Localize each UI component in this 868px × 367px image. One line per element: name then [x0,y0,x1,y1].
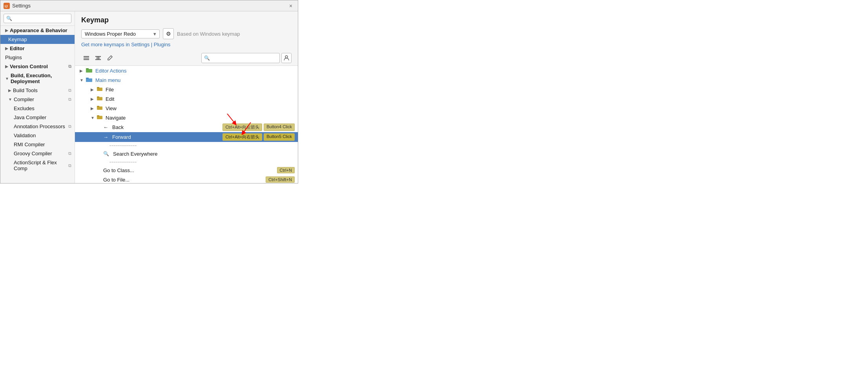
copy-icon: ⧉ [68,163,71,168]
sidebar-item-label: Compiler [14,96,34,102]
tree-item-main-menu[interactable]: ▼ Main menu [75,75,298,85]
tree-item-go-to-file[interactable]: Go to File... Ctrl+Shift+N [75,175,298,183]
back-arrow-icon: ← [103,124,108,130]
copy-icon: ⧉ [68,88,71,93]
keymap-select[interactable]: Windows Proper Redo ▾ [81,29,160,38]
tree-item-file[interactable]: ▶ File [75,85,298,94]
tree-item-label: View [106,105,295,111]
expand-all-button[interactable] [93,53,103,63]
tree-item-editor-actions[interactable]: ▶ Editor Actions [75,66,298,75]
sidebar-item-keymap[interactable]: Keymap [0,35,75,44]
sidebar-item-label: Build, Execution, Deployment [11,73,71,84]
sidebar-item-actionscript[interactable]: ActionScript & Flex Comp ⧉ [0,158,75,173]
sidebar-item-java-compiler[interactable]: Java Compiler [0,113,75,122]
edit-button[interactable] [105,53,115,63]
tree-arrow-icon: ▶ [91,106,95,111]
arrow-icon: ▶ [8,88,11,93]
panel-title: Keymap [81,16,292,24]
close-button[interactable]: × [287,2,295,10]
collapse-all-button[interactable] [81,53,91,63]
tree-item-forward[interactable]: → Forward Ctrl+Alt+向右箭头 Button5 Click [75,132,298,142]
svg-rect-11 [86,68,89,69]
gear-button[interactable]: ⚙ [163,28,174,39]
shortcut-badges: Ctrl+Shift+N [266,176,295,183]
svg-rect-13 [86,78,89,79]
shortcut-badge-2: Button4 Click [264,124,295,131]
folder-icon [97,96,102,102]
sidebar-item-groovy-compiler[interactable]: Groovy Compiler ⧉ [0,149,75,158]
sidebar-item-annotation-processors[interactable]: Annotation Processors ⧉ [0,122,75,131]
tree-item-navigate[interactable]: ▼ Navigate [75,113,298,122]
sidebar-item-build-exec[interactable]: ▼ Build, Execution, Deployment [0,71,75,86]
shortcut-badge-2: Button5 Click [264,133,295,141]
tree-item-back[interactable]: ← Back Ctrl+Alt+向左箭头 Button4 Click [75,122,298,132]
sidebar-item-label: Annotation Processors [14,124,65,129]
tree-item-label: Back [112,124,221,130]
sidebar-search-input[interactable] [4,14,71,23]
sidebar-item-appearance[interactable]: ▶ Appearance & Behavior [0,26,75,35]
tree-item-label: Edit [106,96,295,102]
tree-search-input[interactable] [212,55,270,61]
svg-rect-15 [97,87,99,88]
sidebar-item-build-tools[interactable]: ▶ Build Tools ⧉ [0,86,75,95]
tree-item-search-everywhere[interactable]: 🔍 Search Everywhere [75,149,298,158]
tree-item-label: Editor Actions [95,68,295,74]
tree-arrow-icon: ▶ [91,97,95,101]
tree-item-label: Main menu [95,77,295,83]
tree-item-view[interactable]: ▶ View [75,104,298,113]
window-title: Settings [12,3,31,9]
sidebar-item-plugins[interactable]: Plugins [0,53,75,62]
tree-search-box: 🔍 [201,53,280,63]
panel-header: Keymap Windows Proper Redo ▾ ⚙ Based on … [75,11,298,51]
shortcut-badges: Ctrl+N [277,167,295,173]
separator-2: -------------- [75,158,298,165]
shortcut-badges: Ctrl+Alt+向右箭头 Button5 Click [222,133,295,141]
dropdown-arrow-icon: ▾ [153,31,156,37]
shortcut-badge: Ctrl+N [277,167,295,173]
tree-arrow-icon: ▶ [80,69,84,73]
shortcut-badge-1: Ctrl+Alt+向右箭头 [222,133,262,141]
based-on-text: Based on Windows keymap [177,31,240,37]
collapse-all-icon [83,55,89,61]
sidebar-item-label: ActionScript & Flex Comp [14,160,67,171]
get-more-link[interactable]: Get more keymaps in Settings | Plugins [81,42,170,47]
tree-item-label: File [106,87,295,93]
sidebar-item-validation[interactable]: Validation [0,131,75,140]
sidebar-item-excludes[interactable]: Excludes [0,104,75,113]
tree-item-label: Search Everywhere [113,151,295,157]
svg-rect-12 [86,78,92,82]
svg-rect-19 [97,106,99,107]
folder-icon [86,68,92,74]
arrow-icon: ▶ [5,28,8,33]
sidebar-item-version-control[interactable]: ▶ Version Control ⧉ [0,62,75,71]
folder-icon [97,105,102,111]
svg-rect-2 [84,56,89,57]
copy-icon: ⧉ [68,124,71,129]
sidebar-item-label: Appearance & Behavior [10,27,67,33]
tree-item-go-to-class[interactable]: Go to Class... Ctrl+N [75,165,298,175]
arrow-icon: ▶ [5,64,8,69]
tree-item-label: Go to File... [103,177,264,183]
sidebar-item-rmi-compiler[interactable]: RMI Compiler [0,140,75,149]
svg-rect-10 [86,69,92,73]
sidebar-item-compiler[interactable]: ▼ Compiler ⧉ [0,95,75,104]
sidebar-search-container [0,11,75,26]
svg-rect-4 [84,59,89,60]
search-person-button[interactable] [281,53,292,63]
svg-text:IJ: IJ [5,4,8,8]
sidebar-item-label: Validation [14,133,36,138]
forward-arrow-icon: → [103,134,108,140]
folder-icon [97,87,102,92]
sidebar-item-label: Java Compiler [14,114,46,120]
folder-icon [97,115,102,120]
sidebar-item-label: Version Control [10,64,48,69]
svg-point-9 [285,56,288,58]
tree-arrow-icon: ▶ [91,87,95,92]
title-bar-left: IJ Settings [4,3,31,9]
arrow-icon: ▼ [8,97,12,102]
tree-item-edit[interactable]: ▶ Edit [75,94,298,104]
sidebar-item-editor[interactable]: ▶ Editor [0,44,75,53]
tree-item-label: Go to Class... [103,167,275,173]
tree-arrow-icon: ▼ [91,116,95,120]
search-icon: 🔍 [103,151,109,156]
